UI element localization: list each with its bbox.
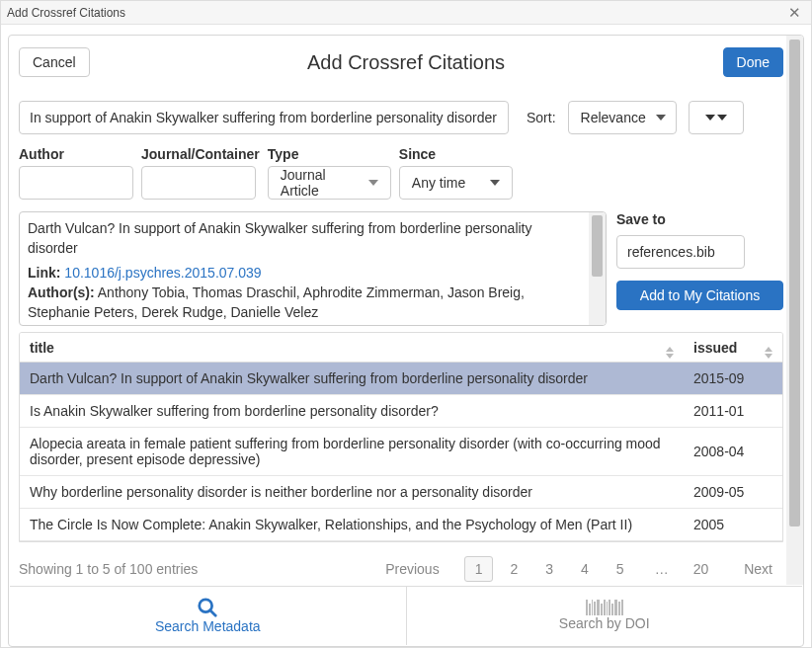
pagination-ellipsis: … <box>655 561 669 577</box>
cancel-button[interactable]: Cancel <box>19 47 90 77</box>
table-row[interactable]: Is Anakin Skywalker suffering from borde… <box>20 395 782 428</box>
caret-down-icon <box>717 115 727 121</box>
sort-selected: Relevance <box>581 110 646 125</box>
pagination-last[interactable]: 20 <box>683 556 720 582</box>
caret-down-icon <box>705 115 715 121</box>
add-citation-button[interactable]: Add to My Citations <box>616 281 783 310</box>
table-row[interactable]: The Circle Is Now Complete: Anakin Skywa… <box>20 509 782 541</box>
cell-title: Is Anakin Skywalker suffering from borde… <box>20 395 684 427</box>
sort-label: Sort: <box>527 110 556 125</box>
cell-issued: 2009-05 <box>684 476 782 508</box>
author-label: Author <box>19 146 133 162</box>
page-number[interactable]: 1 <box>464 556 494 582</box>
citation-preview: Darth Vulcan? In support of Anakin Skywa… <box>19 211 607 326</box>
cell-issued: 2015-09 <box>684 363 782 394</box>
preview-scrollbar[interactable] <box>589 212 606 325</box>
page-number[interactable]: 5 <box>606 556 635 582</box>
cell-title: The Circle Is Now Complete: Anakin Skywa… <box>20 509 684 540</box>
save-to-input[interactable] <box>616 235 745 269</box>
since-dropdown[interactable]: Any time <box>399 166 513 200</box>
search-input[interactable] <box>19 101 509 134</box>
caret-down-icon <box>490 180 500 186</box>
tab-search-metadata[interactable]: Search Metadata <box>10 587 407 645</box>
window-title: Add Crossref Citations <box>7 6 125 20</box>
close-icon[interactable]: ✕ <box>784 4 805 22</box>
preview-journal-label: Journal/Container: <box>28 324 150 326</box>
save-to-label: Save to <box>616 211 783 227</box>
since-value: Any time <box>412 175 465 191</box>
table-row[interactable]: Alopecia areata in female patient suffer… <box>20 428 782 476</box>
col-title[interactable]: title <box>30 340 54 356</box>
cell-title: Alopecia areata in female patient suffer… <box>20 428 684 475</box>
journal-label: Journal/Container <box>141 146 260 162</box>
extra-sort-dropdown[interactable] <box>689 101 744 134</box>
preview-title: Darth Vulcan? In support of Anakin Skywa… <box>28 218 584 259</box>
tab-label: Search by DOI <box>559 615 650 633</box>
type-label: Type <box>268 146 391 162</box>
preview-journal: Psychiatry Research <box>154 324 281 326</box>
tab-search-doi[interactable]: Search by DOI <box>407 587 803 645</box>
results-table: title issued Darth Vulcan? In support of… <box>19 332 783 542</box>
cell-issued: 2005 <box>684 509 782 540</box>
sort-icon[interactable] <box>765 347 772 359</box>
caret-down-icon <box>656 115 666 121</box>
since-label: Since <box>399 146 513 162</box>
page-number[interactable]: 2 <box>499 556 528 582</box>
dialog-title: Add Crossref Citations <box>90 51 723 74</box>
sort-icon[interactable] <box>666 347 674 359</box>
window-titlebar: Add Crossref Citations ✕ <box>1 1 811 25</box>
col-issued[interactable]: issued <box>693 340 737 356</box>
type-dropdown[interactable]: Journal Article <box>268 166 391 200</box>
barcode-icon <box>586 600 623 615</box>
table-row[interactable]: Why borderline personality disorder is n… <box>20 476 782 509</box>
type-value: Journal Article <box>281 167 359 199</box>
doi-link[interactable]: 10.1016/j.psychres.2015.07.039 <box>64 265 261 281</box>
pagination-info: Showing 1 to 5 of 100 entries <box>19 561 198 577</box>
preview-link-label: Link: <box>28 265 60 281</box>
cell-title: Why borderline personality disorder is n… <box>20 476 684 508</box>
done-button[interactable]: Done <box>723 47 783 77</box>
cell-issued: 2008-04 <box>684 436 782 467</box>
pagination-prev[interactable]: Previous <box>374 556 449 582</box>
pagination: Showing 1 to 5 of 100 entries Previous 1… <box>19 552 783 585</box>
page-number[interactable]: 4 <box>570 556 600 582</box>
author-input[interactable] <box>19 166 133 200</box>
preview-scrollbar-thumb[interactable] <box>592 215 603 277</box>
search-icon <box>197 597 218 618</box>
sort-dropdown[interactable]: Relevance <box>568 101 677 134</box>
svg-line-1 <box>210 610 216 616</box>
journal-input[interactable] <box>141 166 256 200</box>
pagination-next[interactable]: Next <box>733 556 783 582</box>
cell-issued: 2011-01 <box>684 395 782 427</box>
tab-label: Search Metadata <box>155 618 261 636</box>
table-row[interactable]: Darth Vulcan? In support of Anakin Skywa… <box>20 363 782 395</box>
caret-down-icon <box>368 180 378 186</box>
page-number[interactable]: 3 <box>534 556 564 582</box>
preview-authors-label: Author(s): <box>28 284 95 300</box>
preview-authors: Anthony Tobia, Thomas Draschil, Aphrodit… <box>28 284 525 320</box>
table-header: title issued <box>20 333 782 363</box>
cell-title: Darth Vulcan? In support of Anakin Skywa… <box>20 363 684 394</box>
